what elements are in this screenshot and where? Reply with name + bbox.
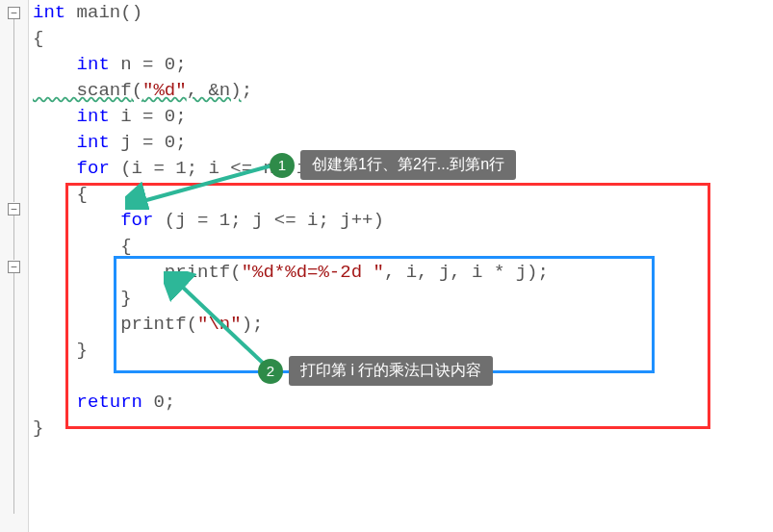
gutter: − − − (0, 0, 29, 532)
code-line: int i = 0; (33, 104, 773, 130)
annotation-2: 2 打印第 i 行的乘法口诀内容 (258, 356, 493, 386)
code-line: int main() (33, 0, 773, 26)
code-line: int n = 0; (33, 52, 773, 78)
code-line: { (33, 234, 773, 260)
code-line: } (33, 286, 773, 312)
annotation-label: 创建第1行、第2行...到第n行 (300, 150, 516, 180)
fold-bar (13, 273, 14, 514)
fold-toggle-main[interactable]: − (8, 7, 20, 19)
code-line: printf("%d*%d=%-2d ", i, j, i * j); (33, 260, 773, 286)
code-editor[interactable]: int main() { int n = 0; scanf("%d", &n);… (29, 0, 773, 532)
code-line: { (33, 26, 773, 52)
annotation-label: 打印第 i 行的乘法口诀内容 (289, 356, 493, 386)
fold-bar (13, 19, 14, 202)
badge-icon: 2 (258, 359, 283, 384)
code-line: } (33, 416, 773, 442)
code-line: return 0; (33, 390, 773, 416)
code-line: scanf("%d", &n); (33, 78, 773, 104)
annotation-1: 1 创建第1行、第2行...到第n行 (270, 150, 516, 180)
fold-bar (13, 215, 14, 260)
fold-toggle-for2[interactable]: − (8, 261, 20, 273)
code-line: for (j = 1; j <= i; j++) (33, 208, 773, 234)
code-line: printf("\n"); (33, 312, 773, 338)
badge-icon: 1 (270, 153, 295, 178)
code-line: { (33, 182, 773, 208)
fold-toggle-for1[interactable]: − (8, 203, 20, 215)
